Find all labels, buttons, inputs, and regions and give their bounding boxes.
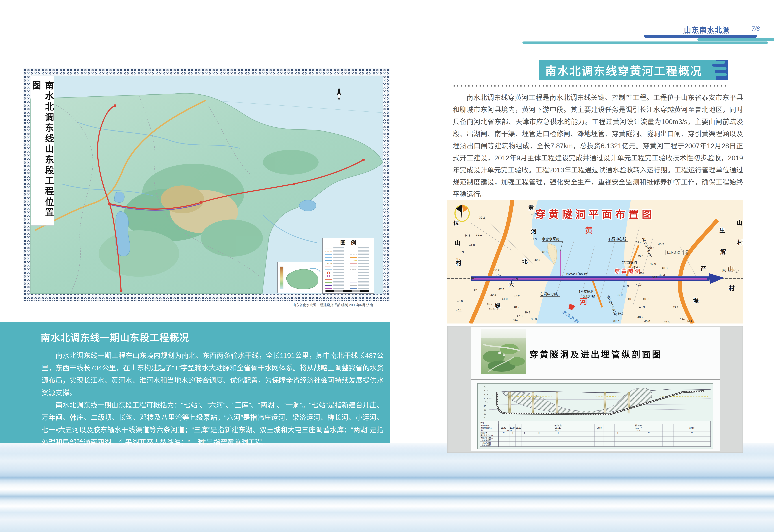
map-legend: 图 例: [322, 238, 374, 293]
left-village-char: 山: [454, 240, 460, 246]
right-village-char: 村: [737, 239, 743, 246]
callout-left-centerline: 左洞中心线: [540, 292, 558, 296]
right-road-char: 堤: [693, 297, 699, 304]
elevation-label: 43.3: [673, 306, 678, 309]
elevation-label: 40.3: [659, 273, 665, 276]
table-scale: 3/1000: [555, 429, 561, 432]
section-panel: 穿黄隧洞及进出埋管纵剖面图 403020100-10-20-30-40 桩号建筑…: [447, 326, 743, 453]
elevation-label: 48.0: [542, 250, 548, 254]
right-village-char: 山: [728, 266, 734, 272]
callout-pump-house: 水仓水泵房: [542, 237, 560, 241]
axis-label: -10: [483, 405, 486, 407]
table-rock-class: V: [691, 432, 693, 434]
elevation-label: 49.2: [514, 295, 520, 298]
elevation-label: 39.8: [637, 255, 643, 258]
elevation-label: 39.7: [455, 257, 461, 261]
page-number: 7/8: [752, 25, 760, 32]
table-row-label: 建筑物长度(m): [480, 427, 492, 429]
table-row-label: 二次支护类型: [480, 444, 491, 446]
inset-elevation-map: [278, 262, 322, 293]
elevation-label: 40.3: [636, 283, 642, 286]
axis-label: -40: [483, 417, 486, 419]
article-banner-title: 南水北调东线穿黄河工程概况: [539, 60, 709, 80]
elevation-label: 42.4: [490, 293, 496, 297]
overview-paragraph-2: 南水北调东线一期山东段工程可概括为：“七站”、“六河”、“三库”、“两湖”、“一…: [41, 399, 384, 449]
table-row-label: 围岩分段长度(m): [480, 434, 493, 436]
elevation-label: 40.8: [644, 320, 650, 323]
table-rock-class: II: [557, 432, 559, 434]
table-row-label: 比尺: [480, 430, 484, 431]
left-road-char: 大: [509, 281, 514, 287]
header-bar-blue: [644, 35, 757, 38]
svg-text:C: C: [686, 251, 688, 254]
left-road-char: 北: [522, 258, 528, 265]
table-length: 19.58: [597, 427, 602, 429]
axis-label: 0: [485, 401, 486, 403]
axis-label: -30: [483, 413, 486, 415]
header-bar-teal-1: [697, 38, 774, 41]
overview-box: 南水北调东线一期山东段工程概况 南水北调东线一期工程在山东境内规划为南北、东西两…: [0, 322, 390, 443]
table-rock-class: IV: [648, 432, 650, 434]
elevation-label: 40.7: [487, 302, 493, 306]
tunnel-label: 穿黄隧洞: [615, 268, 642, 274]
elevation-label: 38.2: [494, 269, 500, 272]
elevation-label: 40.7: [637, 315, 643, 319]
table-rock-class: III: [538, 432, 540, 434]
elevation-label: 37.7: [496, 273, 501, 276]
elevation-label: 49.2: [534, 258, 540, 261]
elevation-label: 40.4: [489, 307, 495, 311]
elevation-label: 39.7: [613, 319, 619, 323]
article-body-wrap: 南水北调东线穿黄河工程是南水北调东线关键、控制性工程。工程位于山东省泰安市东平县…: [453, 92, 743, 200]
callout-branch1-note: （已封堵）: [581, 295, 597, 298]
table-length: 307.17: [555, 427, 561, 429]
right-road-char: 生: [719, 227, 725, 234]
left-road-char: 河: [531, 228, 537, 235]
shandong-location-map: 图 例: [23, 68, 390, 301]
table-row-label: 一次支护类型: [480, 442, 491, 444]
table-scale: 1/2500: [506, 429, 512, 432]
table-segment: 斜 井 段: [635, 424, 642, 427]
elevation-label: 39.8: [531, 317, 537, 321]
header-bar-teal-2: [522, 41, 768, 44]
profile-drawing: 403020100-10-20-30-40 桩号建筑物名称建筑物长度(m)比尺围…: [478, 383, 713, 449]
map-vertical-title-strip: 南水北调东线山东段工程位置图: [31, 76, 54, 226]
overview-heading: 南水北调东线一期山东段工程概况: [0, 322, 390, 344]
svg-text:E: E: [736, 270, 737, 272]
axis-label: 30: [484, 389, 486, 392]
legend-title: 图 例: [340, 240, 356, 246]
table-length: 21.38: [516, 427, 521, 429]
elevation-label: 39.2: [479, 216, 485, 219]
elevation-label: 41.0: [502, 297, 508, 301]
tunnel-plan-map: 穿黄隧洞平面布置图 黄 河 水仓水泵房 右洞中心线 NW341°55′16″ 2…: [447, 200, 743, 324]
aerial-photo: [481, 329, 526, 374]
table-rock-class: IV: [503, 432, 505, 434]
elevation-label: 48.9: [513, 318, 518, 321]
elevation-label: 39.1: [476, 233, 482, 236]
right-village-char: 村: [729, 285, 735, 291]
right-road-char: 产: [701, 265, 706, 272]
elevation-label: 43.7: [680, 317, 686, 320]
left-village-char: 村: [456, 260, 461, 266]
elevation-label: 40.3: [623, 284, 629, 288]
river-char-huang: 黄: [585, 226, 593, 235]
map-content: 图 例: [31, 76, 383, 294]
overview-paragraph-1: 南水北调东线一期工程在山东境内规划为南北、东西两条输水干线，全长1191公里，其…: [41, 350, 384, 399]
elevation-label: 49.3: [531, 238, 537, 241]
elevation-label: 39.9: [618, 312, 623, 315]
table-rock-class: II: [524, 432, 525, 434]
article-body: 南水北调东线穿黄河工程是南水北调东线关键、控制性工程。工程位于山东省泰安市东平县…: [453, 92, 743, 200]
table-length: 29.83: [689, 427, 695, 429]
elevation-label: 40.0: [650, 262, 656, 265]
elevation-label: 47.8: [517, 314, 522, 318]
table-row-label: 衬砌分段长度(m): [480, 437, 493, 439]
elevation-label: 38.4: [471, 277, 476, 280]
elevation-label: 39.6: [461, 250, 466, 254]
right-village-char: 山: [737, 219, 742, 226]
table-scale: 1/2747: [635, 429, 642, 432]
elevation-label: 48.2: [514, 305, 519, 309]
table-rock-class: II: [512, 432, 513, 434]
plan-map-title: 穿黄隧洞平面布置图: [535, 209, 655, 220]
elevation-label: 40.6: [457, 300, 463, 303]
table-row-label: 围岩分类: [480, 432, 487, 434]
pipe-decoration-icon: [708, 60, 728, 80]
